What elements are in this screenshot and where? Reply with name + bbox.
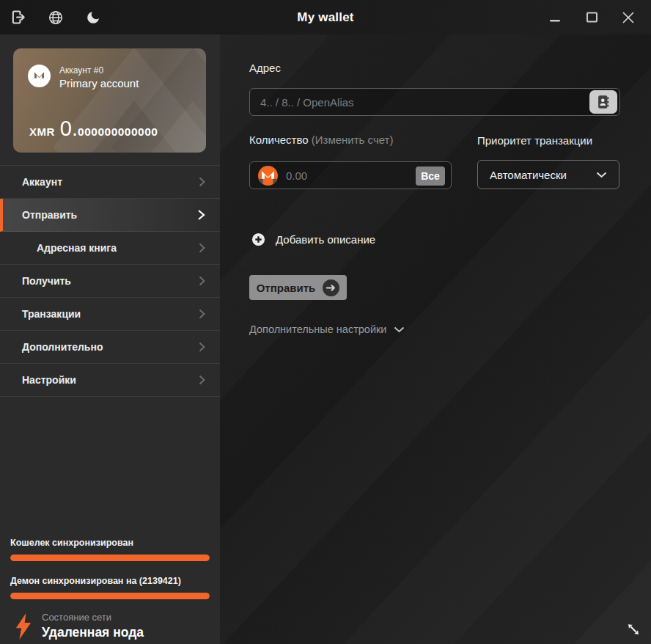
lightning-icon [15,613,32,640]
sidebar-item-receive[interactable]: Получить [0,265,220,298]
amount-label: Количество [249,133,309,146]
logout-icon [10,9,27,26]
chevron-down-icon [394,326,405,333]
sidebar: Аккаунт #0 Primary account XMR 0. 000000… [0,34,220,644]
priority-label: Приоритет транзакции [477,134,592,147]
address-book-button[interactable] [589,90,617,114]
balance-currency: XMR [29,125,55,138]
window-title: My wallet [297,10,353,25]
sidebar-item-label: Адресная книга [37,242,117,254]
priority-dropdown[interactable]: Автоматически [477,160,619,189]
chevron-right-icon [199,177,205,187]
amount-input-wrap: Все [249,161,452,189]
wallet-sync-progressbar [10,555,210,561]
chevron-right-icon [199,375,205,385]
priority-value: Автоматически [490,169,567,181]
maximize-icon [586,11,598,23]
globe-icon [48,10,64,26]
balance: XMR 0. 000000000000 [29,117,158,141]
chevron-right-icon [197,209,205,221]
monero-logo-icon [28,65,51,87]
chevron-right-icon [199,276,205,286]
titlebar: My wallet [0,0,651,34]
sidebar-item-advanced[interactable]: Дополнительно [0,331,220,364]
sidebar-item-account[interactable]: Аккаунт [0,166,220,199]
language-button[interactable] [47,9,65,26]
theme-toggle-button[interactable] [84,9,102,26]
minimize-button[interactable] [540,5,570,30]
network-status-value: Удаленная нода [42,625,144,640]
account-index-label: Аккаунт #0 [59,65,139,76]
daemon-sync-label: Демон синхронизирован на (2139421) [10,576,210,586]
add-description-label: Добавить описание [276,233,375,246]
network-caption: Состояние сети [42,612,144,623]
sidebar-item-label: Отправить [22,209,77,221]
monero-wallet-window: My wallet [0,0,651,644]
chevron-right-icon [199,342,205,352]
maximize-button[interactable] [576,5,607,30]
wallet-sync-progress-fill [10,555,210,561]
send-page: Адрес Количество (Изменить счет) [220,34,651,644]
daemon-sync-progress-fill [10,593,210,599]
account-card: Аккаунт #0 Primary account XMR 0. 000000… [13,48,206,153]
sidebar-item-label: Настройки [22,374,76,386]
balance-decimals: 000000000000 [78,125,158,139]
change-account-link[interactable]: (Изменить счет) [312,133,394,146]
daemon-sync-progressbar [10,593,210,599]
address-label: Адрес [249,62,281,74]
address-book-icon [595,94,611,110]
sidebar-item-label: Получить [22,275,71,287]
sidebar-item-address-book[interactable]: Адресная книга [0,232,220,265]
send-button[interactable]: Отправить [249,275,347,300]
sidebar-nav: Аккаунт Отправить Адресная книга Получит… [0,165,220,397]
sidebar-item-settings[interactable]: Настройки [0,364,220,397]
close-icon [621,10,636,25]
account-name: Primary account [59,77,139,89]
sync-status-panel: Кошелек синхронизирован Демон синхронизи… [10,538,210,640]
amount-label-row: Количество (Изменить счет) [249,133,393,146]
close-button[interactable] [613,5,644,30]
sidebar-item-label: Аккаунт [22,176,62,188]
sidebar-item-label: Дополнительно [22,341,103,353]
add-description-button[interactable]: Добавить описание [251,233,375,246]
send-button-label: Отправить [257,282,316,294]
balance-whole: 0. [60,117,78,141]
moon-icon [86,10,101,25]
chevron-right-icon [199,309,205,319]
minimize-icon [549,12,561,23]
chevron-right-icon [199,243,205,253]
wallet-sync-label: Кошелек синхронизирован [10,538,210,548]
plus-circle-icon [251,233,265,246]
address-input[interactable] [250,89,619,115]
sidebar-item-label: Транзакции [22,308,81,320]
address-input-wrap [249,88,620,116]
sidebar-item-transactions[interactable]: Транзакции [0,298,220,331]
logout-button[interactable] [10,9,27,26]
chevron-down-icon [596,172,607,178]
arrow-right-circle-icon [323,279,339,296]
advanced-options-label: Дополнительные настройки [249,323,386,335]
network-status: Состояние сети Удаленная нода [10,612,210,640]
advanced-options-toggle[interactable]: Дополнительные настройки [249,323,405,335]
send-all-button[interactable]: Все [416,167,445,186]
sidebar-item-send[interactable]: Отправить [0,199,220,232]
